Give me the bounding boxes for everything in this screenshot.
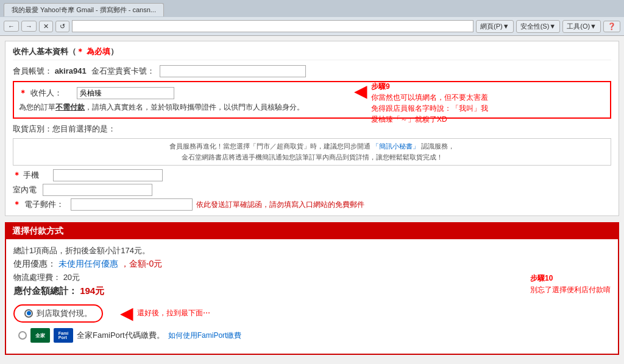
payment-section: 選擇付款方式 總計1項商品，折扣後金額小計174元。 使用優惠： 未使用任何優惠… [5, 222, 619, 355]
phone-required: ＊ [13, 170, 21, 181]
radio-option2[interactable] [18, 331, 27, 340]
nav-bar: ← → ✕ ↺ 網頁(P)▼ 安全性(S)▼ 工具(O)▼ ❓ [0, 17, 624, 35]
member-row: 會員帳號： akira941 金石堂貴賓卡號： [13, 65, 611, 77]
payment-options-area: 到店取貨付現。 ◀ 還好後，拉到最下面⋯ 步驟10 別忘了選擇便利店付款唷 [13, 303, 611, 343]
payment-header-text: 選擇付款方式 [12, 226, 63, 236]
recipient-red-box: ＊ 收件人： 為您的訂單不需付款，請填入真實姓名，並於領取時攜帶證件，以供門市人… [13, 81, 611, 119]
red-box-content: ＊ 收件人： 為您的訂單不需付款，請填入真實姓名，並於領取時攜帶證件，以供門市人… [19, 87, 605, 113]
step10-title: 步驟10 [530, 274, 553, 282]
email-label: 電子郵件： [24, 199, 67, 210]
arrow-note: 還好後，拉到最下面⋯ [137, 308, 210, 318]
landline-input[interactable] [43, 184, 152, 196]
refresh-button[interactable]: ↺ [55, 21, 69, 32]
price-summary: 總計1項商品，折扣後金額小計174元。 [13, 245, 611, 256]
famiport-icon2: FamiPort [54, 328, 73, 343]
note-post: ，請填入真實姓名，並於領取時攜帶證件，以供門市人員核驗身分。 [85, 103, 304, 111]
recipient-note: 為您的訂單不需付款，請填入真實姓名，並於領取時攜帶證件，以供門市人員核驗身分。 [19, 102, 605, 113]
landline-row: 室內電 [13, 184, 611, 196]
summary-total: 總計1項商品，折扣後金額小計174元。 [13, 246, 150, 255]
red-box-container: ＊ 收件人： 為您的訂單不需付款，請填入真實姓名，並於領取時攜帶證件，以供門市人… [13, 81, 611, 119]
notif-line1: 會員服務再進化！當您選擇「門市／超商取貨」時，建議您同步開通 [169, 142, 370, 150]
recipient-input[interactable] [77, 87, 174, 99]
step9-title: 步驟9 [371, 82, 390, 91]
email-input[interactable] [71, 198, 193, 211]
recipient-info-section: 收件人基本資料（＊ 為必填） 會員帳號： akira941 金石堂貴賓卡號： ＊… [5, 41, 619, 216]
pickup-row: 取貨店別：您目前選擇的是： [13, 124, 611, 135]
arrow-left-icon: ◀ [354, 81, 367, 101]
option1-label: 到店取貨付現。 [37, 308, 92, 319]
arrow-left-icon-2: ◀ [120, 303, 133, 323]
note-pre: 為您的訂單 [19, 103, 55, 111]
promo-row: 使用優惠： 未使用任何優惠 ，金額-0元 [13, 259, 611, 270]
famiport-icon1: 全家 [30, 328, 50, 343]
phone-row: ＊ 手機 [13, 169, 611, 181]
card-number-input[interactable] [160, 65, 306, 77]
radio-option1[interactable] [24, 309, 33, 318]
step9-text: 步驟9 你當然也可以填網名，但不要太害羞免得跟店員報名字時說：「我叫」我愛柚臻「… [371, 81, 488, 125]
pickup-label: 取貨店別：您目前選擇的是： [13, 124, 116, 135]
phone-label: 手機 [23, 170, 51, 181]
tab-label: 我的最愛 Yahoo!奇摩 Gmail - 撰寫郵件 - cansn... [12, 6, 156, 13]
payment-option-1-row: 到店取貨付現。 ◀ 還好後，拉到最下面⋯ 步驟10 別忘了選擇便利店付款唷 [13, 303, 611, 323]
member-label: 會員帳號： akira941 [13, 66, 87, 77]
email-required: ＊ [13, 199, 21, 210]
tools-menu-button[interactable]: 工具(O)▼ [562, 20, 601, 33]
recipient-label: 收件人： [30, 88, 73, 99]
member-value: akira941 [55, 66, 87, 75]
page-content: 收件人基本資料（＊ 為必填） 會員帳號： akira941 金石堂貴賓卡號： ＊… [0, 36, 624, 364]
shipping-row: 物流處理費： 20元 [13, 272, 611, 283]
promo-amount: ，金額-0元 [121, 259, 162, 268]
payment-body: 總計1項商品，折扣後金額小計174元。 使用優惠： 未使用任何優惠 ，金額-0元… [6, 239, 618, 354]
famiport-help-link[interactable]: 如何使用FamiPort繳費 [168, 331, 242, 341]
tab-bar: 我的最愛 Yahoo!奇摩 Gmail - 撰寫郵件 - cansn... [0, 0, 624, 17]
section-title: 收件人基本資料（＊ 為必填） [13, 46, 611, 60]
browser-chrome: 我的最愛 Yahoo!奇摩 Gmail - 撰寫郵件 - cansn... ← … [0, 0, 624, 36]
card-label: 金石堂貴賓卡號： [91, 66, 155, 77]
email-row: ＊ 電子郵件： 依此發送訂單確認函，請勿填寫入口網站的免費郵件 [13, 198, 611, 211]
step10-annotation: 步驟10 別忘了選擇便利店付款唷 [530, 273, 611, 296]
promo-value[interactable]: 未使用任何優惠 [58, 259, 118, 268]
email-note: 依此發送訂單確認函，請勿填寫入口網站的免費郵件 [196, 200, 364, 210]
note-underline: 不需付款 [55, 103, 85, 111]
notif-line3: 金石堂網路書店將透過手機簡訊通知您該筆訂單內商品到貨詳情，讓您輕鬆鬆取貨完成！ [182, 153, 443, 161]
help-button[interactable]: ❓ [603, 21, 620, 32]
browser-tab[interactable]: 我的最愛 Yahoo!奇摩 Gmail - 撰寫郵件 - cansn... [4, 3, 164, 16]
sms-service-link[interactable]: 「簡訊小秘書」 [372, 142, 419, 150]
step9-annotation: ◀ 步驟9 你當然也可以填網名，但不要太害羞免得跟店員報名字時說：「我叫」我愛柚… [354, 81, 488, 125]
shipping-amount: 20元 [63, 273, 80, 282]
recipient-name-row: ＊ 收件人： [19, 87, 605, 99]
radio-inner-icon [27, 311, 31, 315]
recipient-required: ＊ [19, 88, 27, 99]
landline-label: 室內電 [13, 184, 40, 195]
section-title-text: 收件人基本資料（ [13, 47, 76, 56]
address-bar[interactable] [72, 20, 473, 32]
page-menu-button[interactable]: 網頁(P)▼ [476, 20, 514, 33]
phone-input[interactable] [53, 169, 163, 181]
payment-option-1-highlight: 到店取貨付現。 [13, 304, 103, 323]
required-indicator: ＊ 為必填 [76, 47, 110, 56]
section-title-end: ） [110, 47, 118, 56]
payment-option-2-row: 全家 FamiPort 全家FamiPort代碼繳費。 如何使用FamiPort… [18, 328, 611, 343]
back-button[interactable]: ← [4, 21, 19, 32]
shipping-label: 物流處理費： [13, 273, 61, 282]
step10-body: 別忘了選擇便利店付款唷 [530, 285, 611, 294]
notif-line2: 認識服務， [421, 142, 455, 150]
security-menu-button[interactable]: 安全性(S)▼ [516, 20, 561, 33]
stop-button[interactable]: ✕ [39, 21, 53, 32]
option1-arrow: ◀ 還好後，拉到最下面⋯ [120, 303, 210, 323]
total-row: 應付金額總計： 194元 [13, 285, 611, 297]
payment-header: 選擇付款方式 [6, 223, 618, 239]
promo-label: 使用優惠： [13, 259, 56, 268]
notification-banner: 會員服務再進化！當您選擇「門市／超商取貨」時，建議您同步開通 「簡訊小秘書」 認… [13, 138, 611, 166]
step9-body: 你當然也可以填網名，但不要太害羞免得跟店員報名字時說：「我叫」我愛柚臻「～」就糗… [371, 93, 488, 124]
forward-button[interactable]: → [21, 21, 37, 32]
nav-right-buttons: 網頁(P)▼ 安全性(S)▼ 工具(O)▼ ❓ [476, 20, 620, 33]
option2-label: 全家FamiPort代碼繳費。 [77, 330, 165, 341]
payable-amount: 194元 [80, 285, 104, 296]
payable-label: 應付金額總計： [13, 285, 77, 296]
